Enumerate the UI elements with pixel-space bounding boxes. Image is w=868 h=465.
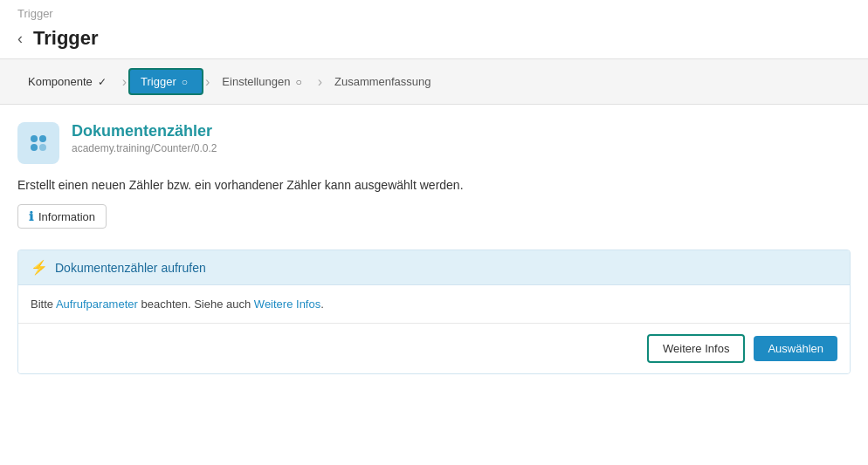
info-icon: ℹ <box>29 209 33 223</box>
step-zusammenfassung-label: Zusammenfassung <box>334 75 431 88</box>
page-title-row: ‹ Trigger <box>0 24 868 59</box>
step-zusammenfassung[interactable]: Zusammenfassung <box>324 70 445 93</box>
step-komponente-label: Komponente <box>28 75 93 88</box>
trigger-section-title: Dokumentenzähler aufrufen <box>55 261 206 275</box>
step-arrow-1: › <box>122 74 127 90</box>
main-content: Dokumentenzähler academy.training/Counte… <box>0 105 868 392</box>
component-header: Dokumentenzähler academy.training/Counte… <box>17 122 851 164</box>
component-name: Dokumentenzähler <box>72 122 217 140</box>
component-description: Erstellt einen neuen Zähler bzw. ein vor… <box>17 178 851 192</box>
weitere-infos-link[interactable]: Weitere Infos <box>254 297 320 311</box>
info-button-label: Information <box>38 210 95 223</box>
weitere-infos-button[interactable]: Weitere Infos <box>647 334 745 363</box>
bolt-icon: ⚡ <box>31 259 48 276</box>
information-button[interactable]: ℹ Information <box>17 204 107 229</box>
trigger-section-header: ⚡ Dokumentenzähler aufrufen <box>18 250 850 285</box>
step-trigger[interactable]: Trigger ○ <box>128 68 203 95</box>
svg-point-1 <box>39 135 46 142</box>
page-title: Trigger <box>33 27 99 50</box>
trigger-body-text: Bitte Aufrufparameter beachten. Siehe au… <box>31 297 837 311</box>
svg-point-2 <box>31 144 38 151</box>
step-einstellungen-label: Einstellungen <box>222 75 290 88</box>
step-navigation: Komponente ✓ › Trigger ○ › Einstellungen… <box>0 59 868 105</box>
svg-point-0 <box>31 135 38 142</box>
component-icon <box>17 122 59 164</box>
trigger-section-body: Bitte Aufrufparameter beachten. Siehe au… <box>18 285 850 323</box>
trigger-section-footer: Weitere Infos Auswählen <box>18 323 850 373</box>
component-info: Dokumentenzähler academy.training/Counte… <box>72 122 217 154</box>
breadcrumb: Trigger <box>0 0 868 24</box>
step-arrow-2: › <box>205 74 210 90</box>
aufrufparameter-link[interactable]: Aufrufparameter <box>56 297 138 311</box>
step-einstellungen-icon: ○ <box>295 76 301 88</box>
step-einstellungen[interactable]: Einstellungen ○ <box>211 70 315 93</box>
step-komponente-icon: ✓ <box>98 76 107 88</box>
step-komponente[interactable]: Komponente ✓ <box>17 70 121 93</box>
step-arrow-3: › <box>318 74 322 90</box>
step-trigger-icon: ○ <box>182 76 188 88</box>
step-trigger-label: Trigger <box>141 75 176 88</box>
svg-point-3 <box>39 144 46 151</box>
component-path: academy.training/Counter/0.0.2 <box>72 142 217 154</box>
back-button[interactable]: ‹ <box>17 30 23 48</box>
trigger-section: ⚡ Dokumentenzähler aufrufen Bitte Aufruf… <box>17 250 851 374</box>
auswaehlen-button[interactable]: Auswählen <box>754 336 837 361</box>
